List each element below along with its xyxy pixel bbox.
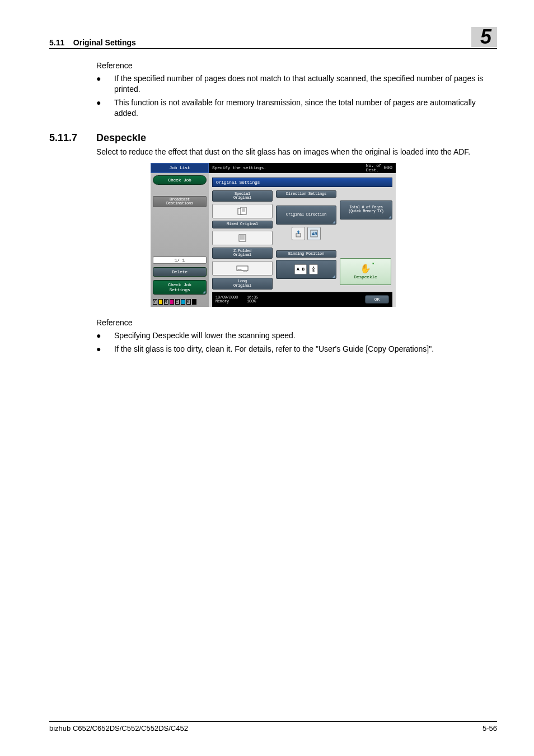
- reference-label-1: Reference: [96, 61, 497, 70]
- svg-text:AB: AB: [312, 232, 317, 236]
- footer-product: bizhub C652/C652DS/C552/C552DS/C452: [49, 724, 188, 732]
- mixed-original-icon: [212, 204, 273, 218]
- z-folded-icon: [212, 231, 273, 245]
- status-memory-label: Memory: [216, 299, 229, 304]
- toner-c-icon: [181, 299, 185, 305]
- mixed-original-button[interactable]: Mixed Original: [212, 221, 273, 228]
- header-section-num: 5.11: [49, 38, 64, 47]
- bullet-icon: ●: [96, 344, 114, 354]
- list-item: ● If the specified number of pages does …: [96, 73, 497, 95]
- original-direction-button[interactable]: Original Direction: [276, 206, 336, 225]
- chapter-number: 5: [471, 27, 497, 47]
- binding-ab-icon: A B: [294, 264, 307, 274]
- footer-page: 5-56: [483, 724, 497, 732]
- toner-k-icon: [192, 299, 196, 305]
- original-settings-panel-title: Original Settings: [212, 178, 392, 187]
- pager-label: 1/ 1: [153, 256, 207, 264]
- total-pages-label: Total # of Pages (Quick Memory TX): [349, 206, 384, 214]
- bullet-icon: ●: [96, 330, 114, 341]
- binding-position-button[interactable]: A B AB: [276, 260, 336, 279]
- chevron-icon: [332, 275, 335, 278]
- no-of-dest-label: No. of Dest.: [366, 164, 382, 171]
- job-list-tab[interactable]: Job List: [151, 163, 209, 173]
- check-job-button[interactable]: Check Job: [153, 175, 207, 185]
- toner-levels: Y M C K: [153, 298, 207, 305]
- subsection-number: 5.11.7: [49, 132, 96, 144]
- toner-y-icon: [158, 299, 163, 305]
- chevron-icon: [203, 291, 205, 293]
- bullet-icon: ●: [96, 73, 114, 95]
- delete-button[interactable]: Delete: [153, 267, 207, 277]
- reference-list-2: ● Specifying Despeckle will lower the sc…: [96, 330, 497, 354]
- list-item: ● If the slit glass is too dirty, clean …: [96, 344, 497, 354]
- no-of-dest-value: 000: [383, 165, 392, 171]
- device-screenshot: Job List Specify the settings. No. of De…: [151, 163, 396, 307]
- specify-settings-label: Specify the settings.: [212, 165, 266, 170]
- long-original-icon: [212, 261, 273, 276]
- broadcast-destinations-label: Broadcast Destinations: [153, 196, 207, 207]
- header-section: 5.11 Original Settings: [49, 38, 136, 47]
- bullet-icon: ●: [96, 97, 114, 119]
- direction-icon-1: [292, 227, 305, 240]
- long-original-button[interactable]: Long Original: [212, 278, 273, 290]
- footer-rule: [49, 721, 497, 722]
- despeckle-label: Despeckle: [354, 274, 377, 279]
- toner-m-icon: [170, 299, 174, 305]
- list-item: ● Specifying Despeckle will lower the sc…: [96, 330, 497, 341]
- bullet-text: If the slit glass is too dirty, clean it…: [114, 344, 434, 354]
- total-pages-button[interactable]: Total # of Pages (Quick Memory TX): [340, 200, 392, 220]
- direction-settings-label: Direction Settings: [276, 190, 336, 198]
- direction-icon-2: AB: [307, 227, 321, 240]
- subsection-description: Select to reduce the effect that dust on…: [96, 147, 497, 156]
- z-folded-original-button[interactable]: Z-Folded Original: [212, 248, 273, 259]
- bullet-text: This function is not available for memor…: [114, 97, 497, 119]
- check-job-settings-label: Check Job Settings: [168, 282, 191, 292]
- subsection-title: Despeckle: [96, 132, 146, 144]
- binding-ab-vert-icon: AB: [309, 264, 318, 274]
- reference-list-1: ● If the specified number of pages does …: [96, 73, 497, 119]
- chevron-icon: [332, 221, 335, 223]
- status-datetime: 10/09/2008 16:35 Memory 100%: [216, 296, 258, 304]
- original-direction-label: Original Direction: [286, 213, 326, 217]
- header-rule: [49, 48, 497, 49]
- reference-label-2: Reference: [96, 318, 497, 327]
- despeckle-button[interactable]: ✋ Despeckle: [340, 258, 391, 285]
- status-memory-value: 100%: [247, 299, 256, 304]
- ok-button[interactable]: OK: [365, 295, 389, 304]
- special-original-label: Special Original: [212, 190, 273, 202]
- list-item: ● This function is not available for mem…: [96, 97, 497, 119]
- header-section-title: Original Settings: [73, 38, 136, 47]
- chevron-icon: [388, 216, 391, 218]
- binding-position-label: Binding Position: [276, 250, 336, 258]
- despeckle-icon: ✋: [360, 263, 371, 274]
- check-job-settings-button[interactable]: Check Job Settings: [153, 280, 207, 295]
- bullet-text: If the specified number of pages does no…: [114, 73, 497, 95]
- bullet-text: Specifying Despeckle will lower the scan…: [114, 330, 296, 341]
